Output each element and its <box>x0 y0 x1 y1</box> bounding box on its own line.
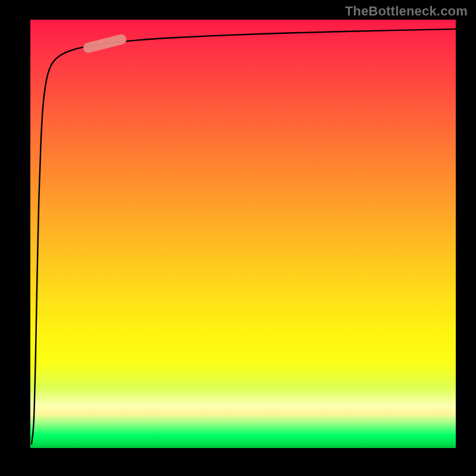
chart-plot-area <box>30 20 456 448</box>
image-root: TheBottleneck.com <box>0 0 476 476</box>
chart-highlight-segment <box>88 39 121 48</box>
chart-curve-layer <box>30 20 456 448</box>
attribution-text: TheBottleneck.com <box>345 4 468 19</box>
chart-curve-path <box>32 29 456 444</box>
